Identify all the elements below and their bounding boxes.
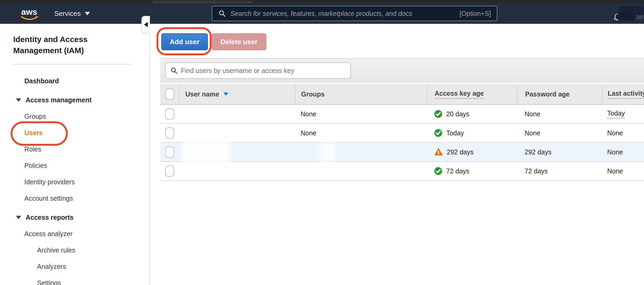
user-search-input[interactable]	[181, 67, 346, 75]
access-key-age-value: 20 days	[446, 110, 469, 118]
last-activity-cell: Today	[602, 105, 644, 123]
row-select-cell	[160, 124, 179, 142]
row-checkbox[interactable]	[165, 166, 174, 177]
sidebar-item-label: Dashboard	[24, 77, 59, 85]
password-age-cell-value: 72 days	[525, 167, 548, 175]
select-all-checkbox[interactable]	[165, 89, 174, 100]
search-shortcut-hint: [Option+S]	[459, 10, 491, 17]
chevron-down-icon	[16, 98, 21, 102]
services-menu-button[interactable]: Services	[54, 3, 90, 24]
last-activity-value: None	[607, 148, 623, 156]
sidebar-item-label: Access management	[26, 96, 92, 104]
sidebar-item-label: Analyzers	[37, 263, 66, 270]
table-row: NoneTodayNoneNone	[160, 124, 644, 143]
groups-cell: None	[295, 124, 427, 142]
aws-top-navbar: aws Services [Option+S] how	[0, 3, 644, 24]
status-warning-icon	[434, 148, 443, 156]
sidebar-item-access-management[interactable]: Access management	[0, 92, 149, 108]
search-icon	[218, 10, 226, 17]
column-header-access-key-age[interactable]: Access key age	[427, 84, 517, 104]
aws-logo[interactable]: aws	[19, 6, 41, 22]
sort-descending-icon	[223, 93, 228, 96]
sidebar-title: Identity and Access Management (IAM)	[13, 34, 124, 56]
access-key-age-value: 72 days	[446, 167, 469, 175]
sidebar-item-label: Groups	[24, 113, 46, 120]
status-ok-icon	[434, 110, 442, 118]
row-select-cell	[160, 143, 179, 161]
global-search-box[interactable]: [Option+S]	[212, 6, 497, 21]
last-activity-value: Today	[607, 109, 625, 119]
table-body: None20 daysNoneTodayNoneTodayNoneNone292…	[160, 105, 644, 181]
last-activity-value: None	[607, 167, 623, 175]
chevron-down-icon	[16, 216, 21, 219]
sidebar-item-label: Identity providers	[24, 178, 75, 186]
last-activity-cell: None	[602, 143, 644, 161]
groups-cell: None	[295, 105, 427, 123]
global-search-input[interactable]	[230, 10, 454, 17]
row-checkbox[interactable]	[165, 108, 174, 119]
access-key-age-cell: Today	[427, 124, 517, 142]
redaction-scribble	[616, 13, 636, 21]
table-filter-band	[160, 58, 644, 83]
password-age-cell-value: 292 days	[525, 148, 551, 156]
sidebar-item-groups[interactable]: Groups	[0, 108, 149, 125]
column-header-user-name[interactable]: User name	[179, 84, 295, 104]
chevron-down-icon	[85, 12, 90, 15]
groups-cell	[295, 143, 427, 161]
row-checkbox[interactable]	[165, 146, 174, 158]
sidebar-item-dashboard[interactable]: Dashboard	[0, 73, 149, 89]
sidebar-item-access-reports[interactable]: Access reports	[0, 209, 149, 226]
groups-cell	[295, 162, 427, 180]
sidebar-item-users[interactable]: Users	[0, 125, 149, 141]
groups-cell-value: None	[301, 110, 316, 118]
sidebar-item-archive-rules[interactable]: Archive rules	[0, 242, 149, 258]
sidebar-item-label: Policies	[24, 162, 47, 169]
table-row: None20 daysNoneToday	[160, 105, 644, 124]
sidebar-item-label: Roles	[24, 145, 41, 153]
sidebar-divider	[13, 64, 131, 65]
sidebar-item-roles[interactable]: Roles	[0, 141, 149, 157]
row-select-cell	[160, 162, 179, 180]
sidebar-item-label: Archive rules	[37, 246, 75, 254]
status-ok-icon	[434, 167, 442, 175]
sidebar-collapse-button[interactable]	[141, 16, 150, 33]
groups-cell-value: None	[301, 129, 316, 137]
account-menu-redacted[interactable]: how	[620, 5, 644, 22]
users-main-panel: Add user Delete user User name Groups	[150, 24, 644, 285]
user-name-cell	[179, 105, 295, 123]
chevron-left-icon	[144, 22, 148, 27]
status-ok-icon	[434, 129, 442, 137]
sidebar-item-account-settings[interactable]: Account settings	[0, 190, 149, 206]
iam-sidebar: Identity and Access Management (IAM) Das…	[0, 24, 150, 285]
access-key-age-cell: 20 days	[427, 105, 517, 123]
search-icon	[170, 67, 178, 74]
last-activity-cell: None	[602, 124, 644, 142]
sidebar-item-policies[interactable]: Policies	[0, 157, 149, 174]
users-table: User name Groups Access key age Password…	[160, 58, 644, 181]
row-checkbox[interactable]	[165, 127, 174, 139]
sidebar-item-label: Access reports	[26, 214, 74, 221]
sidebar-item-access-analyzer[interactable]: Access analyzer	[0, 226, 149, 242]
access-key-age-cell: 292 days	[427, 143, 517, 161]
last-activity-value: None	[607, 129, 623, 137]
row-select-cell	[160, 105, 179, 123]
access-key-age-value: 292 days	[447, 148, 473, 156]
user-name-cell	[179, 162, 295, 180]
column-header-password-age[interactable]: Password age	[517, 84, 602, 104]
password-age-cell: 72 days	[517, 162, 602, 180]
sidebar-item-identity-providers[interactable]: Identity providers	[0, 174, 149, 190]
password-age-cell: None	[517, 124, 602, 142]
sidebar-item-label: Users	[24, 129, 43, 137]
user-search-box[interactable]	[165, 62, 351, 79]
sidebar-item-settings[interactable]: Settings	[0, 275, 149, 285]
delete-user-button[interactable]: Delete user	[212, 33, 266, 50]
column-header-groups[interactable]: Groups	[295, 84, 427, 104]
aws-logo-text: aws	[21, 7, 37, 17]
column-header-last-activity[interactable]: Last activity	[602, 84, 644, 104]
sidebar-item-label: Account settings	[24, 195, 73, 202]
password-age-cell-value: None	[525, 129, 540, 137]
sidebar-item-analyzers[interactable]: Analyzers	[0, 258, 149, 275]
sidebar-item-label: Settings	[37, 279, 61, 285]
access-key-age-value: Today	[446, 129, 464, 137]
add-user-button[interactable]: Add user	[161, 33, 208, 50]
